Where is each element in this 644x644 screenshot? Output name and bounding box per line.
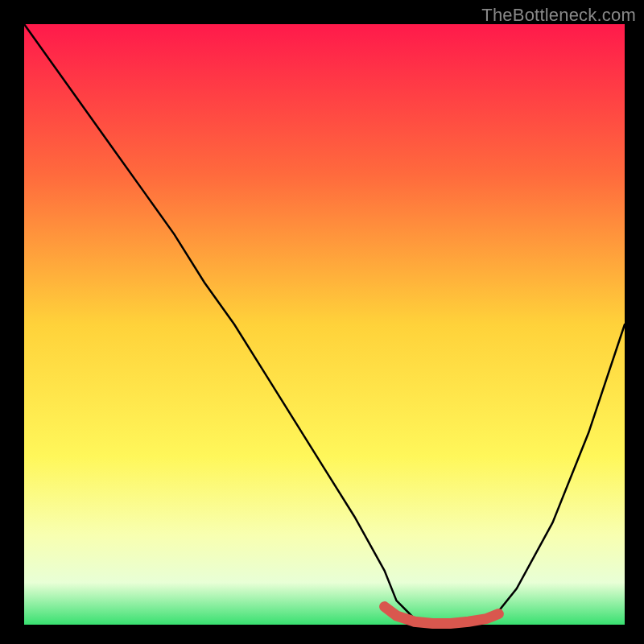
bottleneck-chart <box>0 0 644 644</box>
chart-frame: TheBottleneck.com <box>0 0 644 644</box>
watermark-text: TheBottleneck.com <box>481 5 636 26</box>
plot-background <box>24 24 625 625</box>
